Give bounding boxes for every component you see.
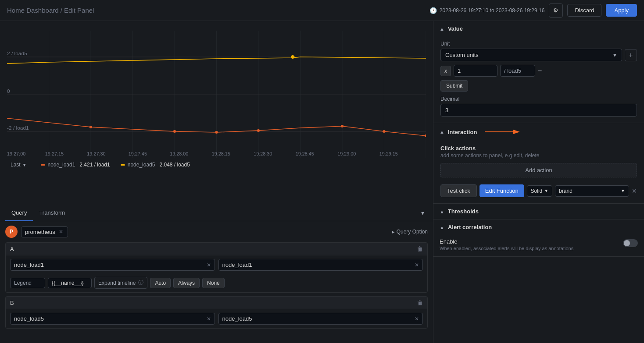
- top-header: Home Dashboard / Edit Panel 🕐 2023-08-26…: [0, 0, 644, 21]
- chart-svg: 2 / load5 0 -2 / load1 19:27:00: [7, 31, 426, 158]
- svg-point-18: [173, 130, 176, 133]
- svg-text:19:27:30: 19:27:30: [87, 152, 105, 156]
- section-interaction-header[interactable]: ▲ Interaction: [433, 123, 644, 141]
- header-right: 🕐 2023-08-26 19:27:10 to 2023-08-26 19:2…: [429, 4, 637, 18]
- section-value-header[interactable]: ▲ Value: [433, 21, 644, 36]
- query-row-a-header: A 🗑: [6, 243, 427, 255]
- chart-legend: Last ▼ node_load1 2.421 / load1 node_loa…: [7, 162, 426, 168]
- query-row-a-delete-button[interactable]: 🗑: [417, 245, 423, 252]
- solid-select[interactable]: Solid ▼: [527, 185, 553, 197]
- section-alert-chevron: ▲: [440, 225, 444, 230]
- legend-dot-load1: [41, 164, 45, 166]
- metric-input-b1[interactable]: node_load5 ✕: [10, 313, 215, 325]
- metric-input-b2[interactable]: node_load5 ✕: [218, 313, 423, 325]
- svg-text:19:29:15: 19:29:15: [379, 152, 398, 156]
- info-icon: ⓘ: [138, 279, 143, 286]
- tab-collapse-button[interactable]: ▾: [418, 208, 428, 218]
- decimal-label: Decimal: [440, 96, 637, 102]
- add-unit-button[interactable]: +: [625, 49, 637, 61]
- metric-clear-b2-button[interactable]: ✕: [415, 316, 419, 322]
- datasource-label: prometheus: [25, 229, 55, 235]
- section-interaction-title: Interaction: [448, 129, 477, 135]
- datasource-input-wrap[interactable]: prometheus ✕: [21, 226, 68, 237]
- remove-unit-button[interactable]: −: [538, 67, 542, 75]
- query-option-link[interactable]: ▸ Query Option: [392, 229, 428, 235]
- svg-point-17: [89, 126, 93, 128]
- left-panel: 2 / load5 0 -2 / load1 19:27:00: [0, 21, 433, 343]
- legend-dot-load5: [121, 164, 125, 166]
- section-alert-title: Alert correlation: [448, 224, 492, 230]
- legend-value-box[interactable]: {{__name__}}: [48, 278, 92, 288]
- section-value-chevron: ▲: [440, 26, 444, 32]
- query-row-b-label: B: [10, 300, 14, 306]
- tab-transform[interactable]: Transform: [33, 205, 71, 221]
- decimal-input[interactable]: [440, 104, 637, 117]
- apply-button[interactable]: Apply: [606, 4, 637, 17]
- section-alert-correlation: ▲ Alert correlation Enable When enabled,…: [433, 219, 644, 257]
- auto-button[interactable]: Auto: [150, 278, 171, 288]
- custom-units-select[interactable]: Custom units ▼: [440, 49, 622, 61]
- legend-row-a: Legend {{__name__}} Expand timeline ⓘ Au…: [6, 274, 427, 292]
- svg-text:19:28:30: 19:28:30: [254, 152, 272, 156]
- custom-units-chevron: ▼: [612, 53, 617, 58]
- legend-label-box: Legend: [10, 278, 45, 288]
- legend-last-label: Last ▼: [11, 162, 27, 168]
- metric-input-a2[interactable]: node_load1 ✕: [218, 259, 423, 271]
- main-layout: 2 / load5 0 -2 / load1 19:27:00: [0, 21, 644, 343]
- metric-clear-a2-button[interactable]: ✕: [415, 262, 419, 268]
- test-click-button[interactable]: Test click: [440, 184, 477, 197]
- section-alert-header[interactable]: ▲ Alert correlation: [433, 219, 644, 235]
- always-button[interactable]: Always: [173, 278, 200, 288]
- clock-icon: 🕐: [429, 7, 437, 14]
- query-row-a-inputs: node_load1 ✕ node_load1 ✕: [6, 255, 427, 274]
- query-section: P prometheus ✕ ▸ Query Option A 🗑: [0, 221, 433, 343]
- svg-text:19:28:45: 19:28:45: [296, 152, 314, 156]
- query-row-a: A 🗑 node_load1 ✕ node_load1 ✕ Legend: [5, 242, 428, 293]
- none-button[interactable]: None: [202, 278, 225, 288]
- solid-chevron: ▼: [544, 188, 548, 193]
- remove-action-button[interactable]: ✕: [632, 187, 637, 194]
- query-row-b-delete-button[interactable]: 🗑: [417, 299, 423, 306]
- datasource-icon: P: [5, 226, 18, 238]
- svg-marker-35: [513, 130, 520, 134]
- metric-input-a1[interactable]: node_load1 ✕: [10, 259, 215, 271]
- enable-text-block: Enable When enabled, associated alerts w…: [440, 238, 619, 251]
- add-action-button[interactable]: Add action: [440, 163, 637, 177]
- svg-text:19:27:45: 19:27:45: [129, 152, 147, 156]
- enable-toggle-row: Enable When enabled, associated alerts w…: [433, 235, 644, 256]
- section-thresholds-header[interactable]: ▲ Thresholds: [433, 204, 644, 219]
- unit-suffix-input[interactable]: [500, 65, 535, 77]
- click-actions-desc: add some actions to panel, e.g edit, del…: [440, 152, 637, 159]
- x-badge: x: [440, 66, 451, 76]
- svg-text:19:28:15: 19:28:15: [212, 152, 230, 156]
- breadcrumb: Home Dashboard / Edit Panel: [7, 7, 94, 14]
- query-tabs: Query Transform ▾: [0, 205, 433, 221]
- section-interaction-body: Click actions add some actions to panel,…: [433, 141, 644, 203]
- legend-item-load5: node_load5 2.048 / load5: [121, 162, 190, 168]
- svg-point-20: [257, 129, 260, 132]
- brand-select[interactable]: brand ▼: [555, 185, 629, 197]
- unit-num-input[interactable]: [454, 65, 497, 77]
- svg-text:19:28:00: 19:28:00: [170, 152, 188, 156]
- section-value-title: Value: [448, 25, 463, 32]
- legend-item-load1: node_load1 2.421 / load1: [41, 162, 110, 168]
- chart-area: 2 / load5 0 -2 / load1 19:27:00: [0, 21, 433, 205]
- click-actions-title: Click actions: [440, 145, 637, 152]
- settings-button[interactable]: ⚙: [549, 4, 563, 18]
- enable-title: Enable: [440, 238, 619, 245]
- tab-query[interactable]: Query: [5, 205, 33, 221]
- svg-text:2 / load5: 2 / load5: [7, 51, 27, 56]
- enable-desc: When enabled, associated alerts will be …: [440, 246, 619, 251]
- section-thresholds-title: Thresholds: [448, 208, 479, 215]
- submit-button[interactable]: Submit: [440, 80, 468, 92]
- edit-function-button[interactable]: Edit Function: [479, 184, 524, 197]
- right-panel: ▲ Value Unit Custom units ▼ + x −: [433, 21, 644, 343]
- time-range: 🕐 2023-08-26 19:27:10 to 2023-08-26 19:2…: [429, 7, 545, 14]
- expand-timeline-button[interactable]: Expand timeline ⓘ: [94, 277, 147, 289]
- metric-clear-a1-button[interactable]: ✕: [207, 262, 211, 268]
- datasource-clear-button[interactable]: ✕: [58, 229, 64, 235]
- discard-button[interactable]: Discard: [567, 4, 601, 17]
- metric-clear-b1-button[interactable]: ✕: [207, 316, 211, 322]
- enable-toggle[interactable]: [623, 239, 638, 247]
- action-item-row: Test click Edit Function Solid ▼ brand ▼…: [440, 184, 637, 197]
